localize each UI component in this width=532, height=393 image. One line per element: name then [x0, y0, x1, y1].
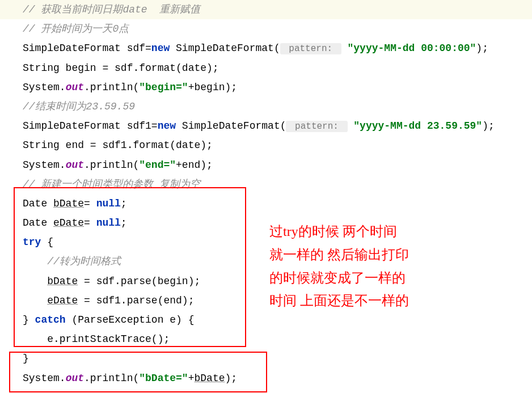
field-out: out — [66, 82, 84, 93]
keyword-try: try — [23, 236, 41, 248]
code-line: //转为时间格式 — [0, 252, 532, 271]
code-line: System.out.println("begin="+begin); — [0, 78, 532, 97]
field-out: out — [66, 373, 84, 384]
code-text: .println( — [84, 373, 139, 384]
string-literal: "end=" — [139, 159, 176, 171]
code-line: System.out.println("end="+end); — [0, 155, 532, 175]
comment: //转为时间格式 — [23, 256, 121, 267]
code-line: try { — [0, 233, 532, 252]
code-line: System.out.println("eDate="+eDate); — [0, 388, 532, 393]
code-line: } catch (ParseException e) { — [0, 310, 532, 329]
code-text: .println( — [84, 159, 139, 171]
annotation-line: 就一样的 然后输出打印 — [269, 243, 409, 267]
code-line: // 新建一个时间类型的参数 复制为空 — [0, 175, 532, 194]
code-line: eDate = sdf1.parse(end); — [0, 291, 532, 310]
code-text: = sdf.parse(begin); — [78, 276, 200, 287]
keyword-catch: catch — [35, 314, 66, 326]
var-bDate: bDate — [53, 198, 84, 209]
string-literal: "yyyy-MM-dd 23.59.59" — [353, 120, 482, 132]
red-annotation: 过try的时候 两个时间就一样的 然后输出打印的时候就变成了一样的时间 上面还是… — [269, 220, 409, 312]
code-text: String begin = sdf.format(date); — [23, 62, 219, 74]
code-text: ); — [482, 120, 495, 132]
code-text: } — [23, 314, 35, 326]
code-text: } — [23, 353, 29, 364]
code-text: = sdf1.parse(end); — [78, 295, 194, 306]
code-line: System.out.println("bDate="+bDate); — [0, 369, 532, 388]
code-line: // 获取当前时间日期date 重新赋值 — [0, 0, 532, 19]
string-literal: "yyyy-MM-dd 00:00:00" — [348, 43, 476, 54]
keyword-null: null — [96, 217, 121, 229]
var-eDate: eDate — [47, 295, 78, 306]
code-text: = — [84, 217, 96, 229]
keyword-new: new — [151, 43, 170, 54]
code-text: System. — [23, 373, 66, 384]
string-literal: "bDate=" — [139, 373, 188, 384]
code-text: SimpleDateFormat( — [170, 43, 280, 54]
keyword-new: new — [158, 120, 176, 132]
code-line: SimpleDateFormat sdf=new SimpleDateForma… — [0, 39, 532, 58]
code-text: SimpleDateFormat( — [176, 120, 286, 132]
code-text: + — [188, 373, 195, 384]
code-text: { — [41, 236, 53, 248]
code-text: ; — [121, 198, 127, 209]
code-text: Date — [23, 217, 53, 229]
code-line: // 开始时间为一天0点 — [0, 19, 532, 39]
code-text: +end); — [176, 159, 213, 171]
keyword-null: null — [96, 198, 121, 209]
annotation-line: 时间 上面还是不一样的 — [269, 289, 409, 312]
code-text: +begin); — [188, 82, 237, 93]
var-bDate: bDate — [47, 276, 78, 287]
param-hint: pattern: — [286, 121, 347, 132]
code-text: e.printStackTrace(); — [23, 333, 170, 345]
code-text: System. — [23, 159, 66, 171]
code-line: Date eDate= null; — [0, 213, 532, 233]
code-line: e.printStackTrace(); — [0, 329, 532, 349]
var-bDate: bDate — [194, 373, 225, 384]
code-line: bDate = sdf.parse(begin); — [0, 272, 532, 291]
code-line: String end = sdf1.format(date); — [0, 136, 532, 155]
code-line: Date bDate= null; — [0, 194, 532, 213]
field-out: out — [66, 159, 84, 171]
annotation-line: 过try的时候 两个时间 — [269, 220, 409, 243]
code-text: String end = sdf1.format(date); — [23, 140, 213, 151]
string-literal: "begin=" — [139, 82, 188, 93]
code-text: SimpleDateFormat sdf1= — [23, 120, 158, 132]
code-line: String begin = sdf.format(date); — [0, 58, 532, 78]
comment: // 开始时间为一天0点 — [23, 23, 129, 35]
comment: // 获取当前时间日期date 重新赋值 — [23, 4, 200, 15]
comment: //结束时间为23.59.59 — [23, 101, 135, 112]
comment: // 新建一个时间类型的参数 复制为空 — [23, 179, 200, 190]
code-text: (ParseException e) { — [66, 314, 195, 326]
code-text: ); — [225, 373, 238, 384]
code-text: ; — [121, 217, 127, 229]
var-eDate: eDate — [53, 217, 84, 229]
code-text — [23, 295, 47, 306]
code-text: = — [84, 198, 96, 209]
code-line: SimpleDateFormat sdf1=new SimpleDateForm… — [0, 116, 532, 136]
code-line: } — [0, 349, 532, 368]
code-text: System. — [23, 82, 66, 93]
code-text — [23, 276, 47, 287]
code-block: // 获取当前时间日期date 重新赋值 // 开始时间为一天0点 Simple… — [0, 0, 532, 393]
code-text: Date — [23, 198, 53, 209]
code-line: //结束时间为23.59.59 — [0, 97, 532, 116]
code-text: SimpleDateFormat sdf= — [23, 43, 151, 54]
param-hint: pattern: — [280, 43, 341, 54]
code-text: .println( — [84, 82, 139, 93]
code-text: ); — [476, 43, 488, 54]
annotation-line: 的时候就变成了一样的 — [269, 267, 409, 290]
